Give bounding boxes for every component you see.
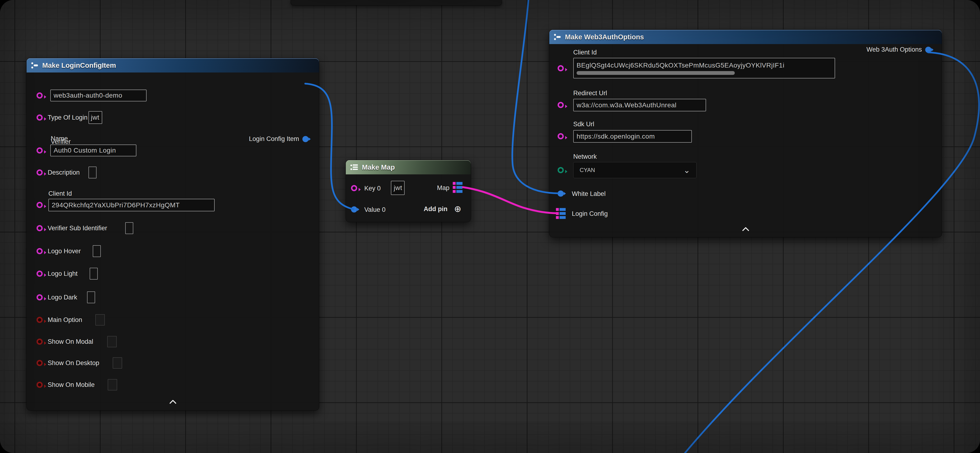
type-of-login-label: Type Of Login: [48, 114, 88, 121]
client-id-label: Client Id: [573, 49, 597, 56]
input-pin-verifier-sub-identifier[interactable]: [37, 225, 43, 231]
verifier-sub-identifier-label: Verifier Sub Identifier: [48, 225, 107, 232]
collapse-chevron-icon[interactable]: [169, 399, 177, 404]
key0-input[interactable]: jwt: [391, 181, 405, 195]
description-label: Description: [48, 169, 80, 176]
input-pin-redirect-url[interactable]: [558, 102, 564, 108]
input-pin-description[interactable]: [37, 169, 43, 176]
input-pin-logo-dark[interactable]: [37, 294, 43, 301]
add-pin-icon: ⊕: [454, 205, 461, 213]
pin-row-web3auth-options-out[interactable]: Web 3Auth Options: [866, 46, 931, 53]
login-config-label: Login Config: [572, 210, 608, 217]
node-header-make-web3authoptions[interactable]: Make Web3AuthOptions: [549, 30, 942, 44]
output-pin-login-config-item[interactable]: [302, 136, 309, 142]
value0-label: Value 0: [364, 206, 386, 214]
input-pin-show-on-mobile[interactable]: [37, 382, 43, 388]
make-map-icon: [350, 163, 359, 171]
input-pin-key0[interactable]: [351, 185, 357, 191]
pin-row-login-config-item-out[interactable]: Login Config Item: [249, 135, 309, 143]
input-pin-name[interactable]: [37, 147, 43, 154]
node-title: Make LoginConfigItem: [42, 62, 116, 70]
logo-hover-label: Logo Hover: [48, 247, 81, 255]
sdk-url-input[interactable]: https://sdk.openlogin.com: [573, 130, 692, 143]
show-on-modal-label: Show On Modal: [48, 338, 93, 345]
add-pin-label: Add pin: [423, 206, 447, 213]
pin-label: Web 3Auth Options: [866, 46, 922, 53]
redirect-url-input[interactable]: w3a://com.w3a.Web3AuthUnreal: [573, 99, 706, 111]
node-header-make-loginconfigitem[interactable]: Make LoginConfigItem: [27, 58, 319, 73]
input-pin-show-on-desktop[interactable]: [37, 360, 43, 366]
output-pin-web3auth-options[interactable]: [925, 47, 931, 53]
make-struct-icon: [31, 61, 39, 70]
input-pin-sdk-url[interactable]: [558, 133, 564, 139]
logo-dark-label: Logo Dark: [48, 294, 77, 301]
input-pin-main-option[interactable]: [37, 317, 43, 323]
node-make-loginconfigitem[interactable]: Make LoginConfigItem Login Config Item V…: [26, 58, 319, 410]
show-on-desktop-checkbox[interactable]: [113, 357, 122, 369]
input-pin-white-label[interactable]: [558, 190, 564, 196]
collapse-chevron-icon[interactable]: [741, 227, 750, 231]
input-pin-client-id[interactable]: [37, 202, 43, 208]
network-dropdown[interactable]: CYAN ⌄: [573, 162, 697, 178]
type-of-login-input[interactable]: jwt: [89, 111, 102, 124]
node-make-map[interactable]: Make Map Key 0 jwt Map Value 0 Add pin ⊕: [345, 160, 471, 222]
input-pin-login-config[interactable]: [556, 208, 566, 219]
show-on-desktop-label: Show On Desktop: [48, 360, 99, 367]
input-pin-type-of-login[interactable]: [37, 114, 43, 120]
input-pin-logo-hover[interactable]: [37, 248, 43, 254]
client-id-input[interactable]: 294QRkchfq2YaXUbPri7D6PH7xzHgQMT: [48, 199, 215, 211]
logo-dark-input[interactable]: [87, 291, 95, 303]
input-pin-logo-light[interactable]: [37, 271, 43, 277]
key0-label: Key 0: [364, 185, 381, 192]
network-selected-value: CYAN: [580, 167, 595, 173]
client-id-text: BEglQSgt4cUWcj6SKRdu5QkOXTsePmMcusG5EAoy…: [577, 62, 784, 69]
offscreen-node-edge: [291, 0, 502, 5]
node-title: Make Map: [362, 163, 395, 171]
main-option-checkbox[interactable]: [95, 314, 105, 326]
input-pin-value0[interactable]: [351, 206, 357, 212]
map-out-label: Map: [437, 184, 449, 192]
node-header-make-map[interactable]: Make Map: [346, 160, 471, 174]
blueprint-editor-window: Make LoginConfigItem Login Config Item V…: [0, 0, 980, 453]
node-make-web3authoptions[interactable]: Make Web3AuthOptions Web 3Auth Options C…: [549, 30, 942, 238]
name-label: Name: [51, 135, 68, 143]
input-pin-verifier[interactable]: [37, 92, 43, 98]
node-title: Make Web3AuthOptions: [565, 33, 644, 41]
logo-light-label: Logo Light: [48, 270, 78, 277]
name-input[interactable]: Auth0 Custom Login: [50, 144, 136, 156]
show-on-modal-checkbox[interactable]: [107, 336, 117, 347]
main-option-label: Main Option: [48, 316, 82, 324]
logo-light-input[interactable]: [90, 268, 98, 280]
blueprint-graph-canvas[interactable]: Make LoginConfigItem Login Config Item V…: [0, 0, 980, 453]
client-id-input[interactable]: BEglQSgt4cUWcj6SKRdu5QkOXTsePmMcusG5EAoy…: [573, 58, 835, 78]
show-on-mobile-checkbox[interactable]: [108, 379, 117, 390]
sdk-url-label: Sdk Url: [573, 120, 594, 128]
input-pin-show-on-modal[interactable]: [37, 339, 43, 345]
pin-label: Login Config Item: [249, 135, 299, 143]
add-pin-button[interactable]: Add pin ⊕: [423, 205, 461, 213]
network-label: Network: [573, 153, 597, 160]
input-pin-network[interactable]: [558, 167, 564, 173]
verifier-sub-identifier-input[interactable]: [125, 222, 133, 234]
input-pin-client-id[interactable]: [558, 65, 564, 71]
description-input[interactable]: [89, 166, 97, 178]
show-on-mobile-label: Show On Mobile: [48, 381, 95, 388]
make-struct-icon: [554, 33, 562, 41]
redirect-url-label: Redirect Url: [573, 90, 607, 97]
output-pin-map[interactable]: [453, 182, 463, 193]
client-id-scrollbar[interactable]: [577, 71, 735, 75]
logo-hover-input[interactable]: [93, 245, 101, 257]
client-id-label: Client Id: [48, 190, 72, 197]
verifier-input[interactable]: web3auth-auth0-demo: [50, 90, 146, 101]
wire-map-to-login-config[interactable]: [463, 187, 558, 213]
white-label-label: White Label: [572, 190, 606, 198]
